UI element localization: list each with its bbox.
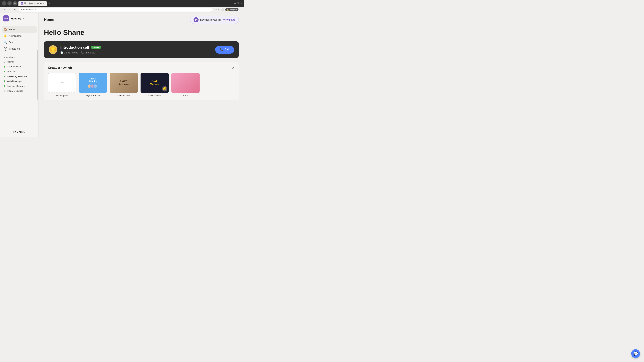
sidebar: MM Moodjoy ▾ 🏠 Home 🔔 Notifications 🔍 Se… xyxy=(0,13,38,137)
call-icon: 📞 xyxy=(220,48,223,51)
close-window-btn[interactable]: ✕ xyxy=(240,2,242,5)
template-label-digital-identity: Digital Identity xyxy=(79,94,107,97)
browser-back-btn[interactable]: ‹ xyxy=(2,1,6,5)
job-label-trainer: Trainer xyxy=(7,60,14,63)
interview-avatar: 😊 xyxy=(49,45,57,54)
template-race[interactable]: Race xyxy=(172,73,200,97)
template-digital-identity[interactable]: DigitalIdentity Digital Identity xyxy=(79,73,107,97)
nav-reload-btn[interactable]: ↻ xyxy=(13,7,18,12)
trial-days-number: 14 xyxy=(194,17,198,22)
template-calm-access[interactable]: CalmAccess Calm Access xyxy=(110,73,138,97)
minimize-btn[interactable]: ─ xyxy=(234,2,236,5)
tab-label: Moodjoy - Homerun xyxy=(24,2,42,4)
incognito-label: Incognito xyxy=(230,9,237,11)
job-status-dot-visual-designer xyxy=(4,90,5,92)
download-icon[interactable]: ⬇ xyxy=(218,8,220,11)
sidebar-footer: HOMERUN xyxy=(0,131,38,133)
job-status-dot-teacher xyxy=(4,71,5,72)
close-create-job-btn[interactable]: ✕ xyxy=(232,66,235,70)
template-label-race: Race xyxy=(172,94,200,97)
job-label-content-writer: Content Writer xyxy=(7,65,22,68)
incognito-badge: 🕵 Incognito xyxy=(225,8,238,11)
browser-reload-btn[interactable]: ↻ xyxy=(13,1,17,5)
dm-content: DarkMatters 😐 xyxy=(140,73,169,93)
sidebar-item-notifications[interactable]: 🔔 Notifications xyxy=(2,33,37,39)
template-label-no-template: No template xyxy=(48,94,76,97)
plus-template-icon: + xyxy=(60,79,64,86)
address-bar: ‹ › ↻ app.homerun.co ☆ ⬇ ⬜ 🕵 Incognito ⋮ xyxy=(0,7,244,13)
company-name: Moodjoy xyxy=(11,17,21,20)
interview-details: 🕐 23:45 - 00:00 📞 Phone call xyxy=(60,51,212,54)
interview-type: 📞 Phone call xyxy=(81,51,96,54)
url-text: app.homerun.co xyxy=(21,8,37,11)
template-dark-matters[interactable]: DarkMatters 😐 Dark Matters xyxy=(140,73,169,97)
template-label-calm-access: Calm Access xyxy=(110,94,138,97)
today-badge: Today xyxy=(91,46,101,49)
templates-grid: + No template DigitalIdentity xyxy=(48,73,235,97)
nav-back-btn[interactable]: ‹ xyxy=(2,7,7,12)
browser-controls: ‹ › ↻ xyxy=(2,1,17,5)
nav-forward-btn[interactable]: › xyxy=(8,7,12,12)
app-container: MM Moodjoy ▾ 🏠 Home 🔔 Notifications 🔍 Se… xyxy=(0,13,244,137)
your-jobs-header[interactable]: Your jobs ▾ xyxy=(2,55,37,59)
phone-icon: 📞 xyxy=(81,51,84,54)
nav-create-job-label: Create job xyxy=(9,47,20,50)
interview-emoji: 😊 xyxy=(50,46,56,53)
dm-avatar: 😐 xyxy=(162,86,167,91)
active-tab[interactable]: M Moodjoy - Homerun ✕ xyxy=(18,1,46,6)
interview-title: Introduction call xyxy=(60,45,89,50)
menu-icon[interactable]: ⋮ xyxy=(240,8,242,11)
sidebar-job-visual-designer[interactable]: Visual Designer xyxy=(2,88,37,93)
job-status-dot-web-dev xyxy=(4,80,5,82)
interview-time-text: 23:45 - 00:00 xyxy=(64,51,78,54)
view-plans-link[interactable]: View plans xyxy=(223,18,235,21)
di-inner: DigitalIdentity xyxy=(79,73,107,93)
di-title: DigitalIdentity xyxy=(89,77,97,82)
browser-actions: ─ □ ✕ xyxy=(234,2,242,5)
sidebar-job-trainer[interactable]: Trainer xyxy=(2,59,37,64)
interview-card: 😊 Introduction call Today 🕐 23:45 - 00:0… xyxy=(44,41,239,58)
trial-badge: 14 Days left in your trial View plans xyxy=(190,16,239,24)
sidebar-job-marketing-associate[interactable]: Marketing Associate xyxy=(2,74,37,79)
tab-favicon: M xyxy=(21,2,23,4)
call-button[interactable]: 📞 Call xyxy=(215,46,234,54)
url-bar[interactable]: app.homerun.co xyxy=(19,7,213,12)
nav-home-label: Home xyxy=(9,28,15,31)
sidebar-item-search[interactable]: 🔍 Search xyxy=(2,39,37,45)
bookmark-icon[interactable]: ☆ xyxy=(214,8,217,11)
sidebar-job-account-manager[interactable]: Account Manager xyxy=(2,84,37,88)
nav-controls: ‹ › ↻ xyxy=(2,7,18,12)
chevron-down-icon: ▾ xyxy=(23,17,24,19)
ca-content: CalmAccess xyxy=(110,73,138,93)
sidebar-scrollbar[interactable] xyxy=(37,50,38,99)
cast-icon[interactable]: ⬜ xyxy=(221,8,224,11)
address-actions: ☆ ⬇ ⬜ 🕵 Incognito ⋮ xyxy=(214,8,242,11)
template-no-template[interactable]: + No template xyxy=(48,73,76,97)
sidebar-nav: 🏠 Home 🔔 Notifications 🔍 Search + Create… xyxy=(0,24,38,54)
dm-text: DarkMatters xyxy=(150,80,160,86)
sidebar-header[interactable]: MM Moodjoy ▾ xyxy=(0,13,38,24)
nav-notifications-label: Notifications xyxy=(9,34,22,37)
create-job-title: Create a new job xyxy=(48,66,72,69)
sidebar-job-teacher[interactable]: Teacher xyxy=(2,69,37,74)
job-status-dot-account-mgr xyxy=(4,85,5,87)
tab-close-btn[interactable]: ✕ xyxy=(43,2,44,4)
di-avatars xyxy=(88,84,98,88)
trial-text: Days left in your trial xyxy=(200,18,222,21)
interview-time: 🕐 23:45 - 00:00 xyxy=(60,51,78,54)
bell-icon: 🔔 xyxy=(4,34,7,37)
sidebar-item-home[interactable]: 🏠 Home xyxy=(2,26,37,33)
browser-forward-btn[interactable]: › xyxy=(8,1,12,5)
content-area: Hello Shane 😊 Introduction call Today 🕐 … xyxy=(38,27,244,137)
new-tab-btn[interactable]: + xyxy=(47,2,51,5)
sidebar-job-web-developer[interactable]: Web Developer xyxy=(2,79,37,84)
template-thumb-race xyxy=(172,73,200,93)
plus-icon: + xyxy=(4,47,8,51)
job-status-dot-content-writer xyxy=(4,66,5,67)
sidebar-item-create-job[interactable]: + Create job xyxy=(2,45,37,52)
greeting: Hello Shane xyxy=(44,28,239,36)
browser-chrome: ‹ › ↻ M Moodjoy - Homerun ✕ + ─ □ ✕ xyxy=(0,0,244,7)
sidebar-job-content-writer[interactable]: Content Writer xyxy=(2,64,37,69)
maximize-btn[interactable]: □ xyxy=(237,2,239,5)
ca-text: CalmAccess xyxy=(119,79,129,86)
